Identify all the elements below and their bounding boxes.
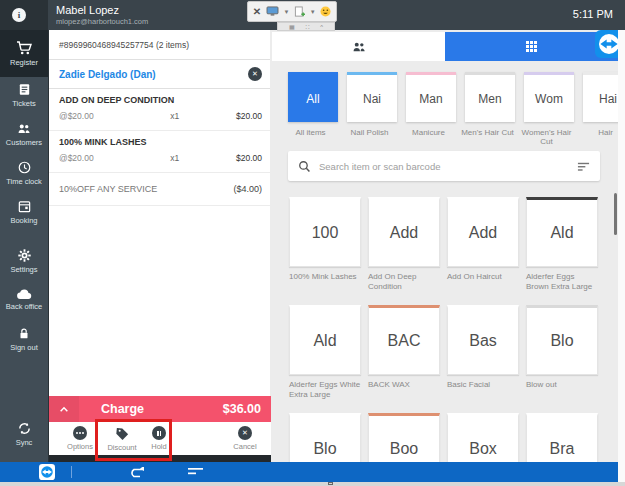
recents-icon[interactable] <box>188 468 204 477</box>
item-name: 100% MINK LASHES <box>59 137 262 147</box>
sidebar-item-settings[interactable]: Settings <box>0 248 48 287</box>
sidebar-item-label: Back office <box>6 302 43 311</box>
item-abbr: 100 <box>312 224 339 242</box>
catalog-item[interactable]: Add Add On Haircut <box>447 197 519 291</box>
ticket-line-item[interactable]: ADD ON DEEP CONDITION @$20.00 x1 $20.00 <box>49 89 270 131</box>
chevron-down-icon[interactable]: ▼ <box>283 9 289 15</box>
catalog-item[interactable]: Add Add On Deep Condition <box>368 197 440 291</box>
tab-items-grid[interactable] <box>445 32 618 61</box>
teamviewer-icon[interactable] <box>39 464 55 480</box>
item-tile[interactable]: Bas <box>447 305 519 375</box>
item-tile[interactable]: 100 <box>289 197 361 267</box>
customer-name-link[interactable]: Zadie Delgado (Dan) <box>59 69 248 80</box>
item-abbr: BAC <box>388 332 421 350</box>
category-item[interactable]: Man Manicure <box>406 72 456 146</box>
cancel-button[interactable]: ✕ Cancel <box>217 426 273 451</box>
catalog-item[interactable]: Bas Basic Facial <box>447 305 519 399</box>
sidebar-item-sign-out[interactable]: Sign out <box>0 326 48 365</box>
catalog-item[interactable]: 100 100% Mink Lashes <box>289 197 361 291</box>
sidebar-item-booking[interactable]: Booking <box>0 199 48 238</box>
item-abbr: Ald <box>550 224 573 242</box>
item-label: Add On Haircut <box>447 272 519 282</box>
category-item[interactable]: All All items <box>288 72 338 146</box>
sidebar-item-register[interactable]: Register <box>0 30 48 77</box>
item-tile[interactable]: Bra <box>526 413 598 462</box>
item-tile[interactable]: Boo <box>368 413 440 462</box>
item-abbr: Ald <box>313 332 336 350</box>
info-icon[interactable]: i <box>12 8 26 22</box>
category-item[interactable]: Nai Nail Polish <box>347 72 397 146</box>
catalog-item[interactable]: Boo <box>368 413 440 462</box>
item-tile[interactable]: Blo <box>526 305 598 375</box>
catalog-item[interactable]: Ald Alderfer Eggs White Extra Large <box>289 305 361 399</box>
back-icon[interactable] <box>128 467 146 478</box>
item-tile[interactable]: Ald <box>526 197 598 267</box>
category-tile[interactable]: Men <box>465 72 515 122</box>
remove-customer-button[interactable]: ✕ <box>248 67 262 81</box>
monitor-icon[interactable] <box>266 6 279 17</box>
item-tile[interactable]: Box <box>447 413 519 462</box>
item-total: $20.00 <box>193 153 262 163</box>
item-tile[interactable]: Add <box>368 197 440 267</box>
category-tile[interactable]: Hai <box>583 72 618 122</box>
category-tile[interactable]: Wom <box>524 72 574 122</box>
toolbar-mini-strip[interactable]: ▦ ∷ ^ <box>277 22 335 31</box>
item-quantity: x1 <box>156 153 193 163</box>
item-label: Basic Facial <box>447 380 519 390</box>
sidebar-item-time-clock[interactable]: Time clock <box>0 160 48 199</box>
top-bar: i Mabel Lopez mlopez@harbortouch1.com 5:… <box>0 0 625 30</box>
grid-icon[interactable]: ▦ <box>289 24 295 30</box>
sidebar-item-label: Sync <box>16 438 33 447</box>
catalog-item[interactable]: Box <box>447 413 519 462</box>
category-item[interactable]: Men Men's Hair Cut <box>465 72 515 146</box>
smiley-icon[interactable] <box>320 6 331 17</box>
sort-icon[interactable] <box>577 160 590 173</box>
category-item[interactable]: Wom Women's Hair Cut <box>524 72 574 146</box>
item-tile[interactable]: BAC <box>368 305 440 375</box>
hold-button[interactable]: Hold <box>131 426 187 451</box>
catalog-item[interactable]: Blo <box>289 413 361 462</box>
sidebar-item-tickets[interactable]: Tickets <box>0 82 48 121</box>
category-label: Hair <box>576 128 619 137</box>
gear-icon <box>17 248 32 263</box>
chevron-down-icon[interactable]: ▼ <box>310 9 316 15</box>
category-tile[interactable]: Man <box>406 72 456 122</box>
category-tile[interactable]: Nai <box>347 72 397 122</box>
item-tile[interactable]: Ald <box>289 305 361 375</box>
category-tile[interactable]: All <box>288 72 338 122</box>
ticket-discount-row[interactable]: 10%OFF ANY SERVICE ($4.00) <box>49 173 270 206</box>
catalog-item[interactable]: Blo Blow out <box>526 305 598 399</box>
user-name: Mabel Lopez <box>56 4 119 16</box>
sidebar-item-back-office[interactable]: Back office <box>0 287 48 326</box>
item-tile[interactable]: Add <box>447 197 519 267</box>
item-abbr: Box <box>469 440 497 458</box>
teamviewer-icon[interactable] <box>595 30 618 59</box>
catalog-item[interactable]: BAC BACK WAX <box>368 305 440 399</box>
customers-icon <box>16 121 32 136</box>
catalog-panel: All All items Nai Nail Polish Man Manicu… <box>270 30 618 462</box>
scrollbar[interactable] <box>614 193 617 235</box>
charge-button[interactable]: Charge $36.00 <box>49 396 271 422</box>
item-tile[interactable]: Blo <box>289 413 361 462</box>
discount-name: 10%OFF ANY SERVICE <box>59 184 233 194</box>
resize-icon[interactable]: ∷ <box>305 24 309 30</box>
close-icon[interactable]: ✕ <box>253 6 261 17</box>
catalog-item[interactable]: Bra <box>526 413 598 462</box>
category-abbr: Men <box>478 92 501 106</box>
collapse-icon[interactable]: ^ <box>320 24 323 30</box>
tab-customers[interactable] <box>272 32 445 61</box>
sidebar-item-customers[interactable]: Customers <box>0 121 48 160</box>
catalog-item[interactable]: Ald Alderfer Eggs Brown Extra Large <box>526 197 598 291</box>
category-item[interactable]: Hai Hair <box>583 72 618 146</box>
chevron-up-icon[interactable] <box>49 396 79 422</box>
category-label: Men's Hair Cut <box>458 128 518 137</box>
remote-session-toolbar[interactable]: ✕ ▼ ▼ <box>247 1 337 22</box>
search-bar[interactable] <box>288 151 600 181</box>
sidebar-item-sync[interactable]: Sync <box>0 412 48 456</box>
ticket-line-item[interactable]: 100% MINK LASHES @$20.00 x1 $20.00 <box>49 131 270 173</box>
item-name: ADD ON DEEP CONDITION <box>59 95 262 105</box>
search-input[interactable] <box>319 161 577 172</box>
file-plus-icon[interactable] <box>294 6 305 18</box>
sidebar-item-label: Tickets <box>12 99 35 108</box>
item-quantity: x1 <box>156 111 193 121</box>
